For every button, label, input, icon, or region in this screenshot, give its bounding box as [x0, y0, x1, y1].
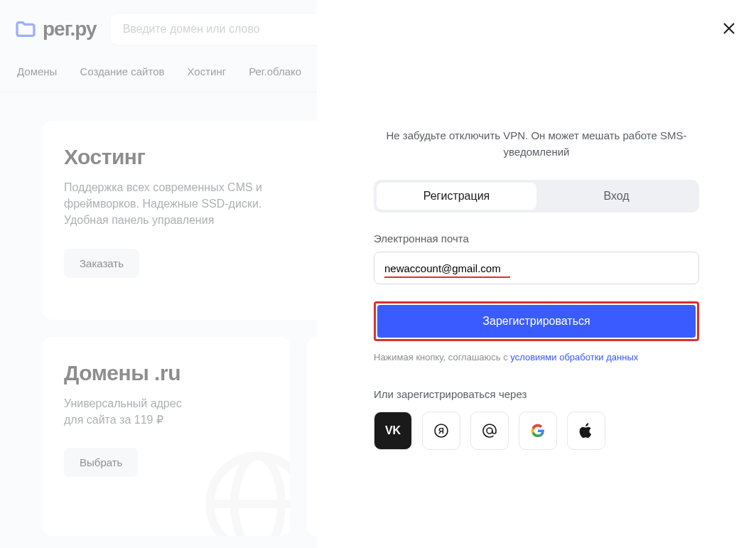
- apple-icon: [579, 423, 593, 439]
- yandex-icon: Я: [433, 423, 449, 439]
- social-mail[interactable]: [470, 412, 509, 450]
- auth-panel: Не забудьте отключить VPN. Он может меша…: [317, 0, 756, 548]
- logo[interactable]: рег.ру: [14, 18, 97, 41]
- tab-register[interactable]: Регистрация: [377, 183, 536, 210]
- social-google[interactable]: [519, 412, 557, 450]
- svg-point-8: [487, 428, 492, 434]
- alt-register-label: Или зарегистрироваться через: [374, 388, 699, 400]
- tab-login[interactable]: Вход: [536, 183, 696, 210]
- close-button[interactable]: [720, 20, 738, 37]
- folder-icon: [14, 18, 37, 41]
- globe-decoration: [205, 451, 290, 536]
- card-title: Домены .ru: [64, 361, 269, 385]
- svg-text:Я: Я: [438, 426, 444, 435]
- at-icon: [482, 423, 497, 439]
- card-desc: Универсальный адрес для сайта за 119 ₽: [64, 395, 263, 428]
- close-icon: [723, 22, 735, 35]
- email-label: Электронная почта: [374, 232, 699, 245]
- brand-text: рег.ру: [43, 18, 97, 41]
- highlight-underline: [384, 276, 510, 278]
- social-buttons: VK Я: [374, 412, 699, 450]
- terms-text: Нажимая кнопку, соглашаюсь с условиями о…: [374, 351, 699, 364]
- register-button[interactable]: Зарегистрироваться: [377, 305, 696, 338]
- select-button[interactable]: Выбрать: [64, 448, 138, 477]
- auth-tabs: Регистрация Вход: [374, 180, 699, 213]
- nav-hosting[interactable]: Хостинг: [187, 65, 226, 77]
- google-icon: [531, 424, 545, 438]
- nav-cloud[interactable]: Рег.облако: [249, 65, 301, 77]
- social-yandex[interactable]: Я: [422, 412, 460, 450]
- vpn-notice: Не забудьте отключить VPN. Он может меша…: [374, 128, 699, 160]
- nav-site-builder[interactable]: Создание сайтов: [80, 65, 164, 77]
- register-highlight: Зарегистрироваться: [374, 301, 699, 341]
- email-field[interactable]: [374, 252, 699, 284]
- card-desc: Поддержка всех современных CMS и фреймво…: [64, 179, 263, 229]
- order-button[interactable]: Заказать: [64, 249, 139, 278]
- nav-domains[interactable]: Домены: [17, 65, 57, 77]
- card-domains: Домены .ru Универсальный адрес для сайта…: [43, 337, 290, 536]
- svg-point-2: [234, 456, 281, 537]
- terms-link[interactable]: условиями обработки данных: [510, 352, 638, 362]
- social-vk[interactable]: VK: [374, 412, 412, 450]
- social-apple[interactable]: [567, 412, 605, 450]
